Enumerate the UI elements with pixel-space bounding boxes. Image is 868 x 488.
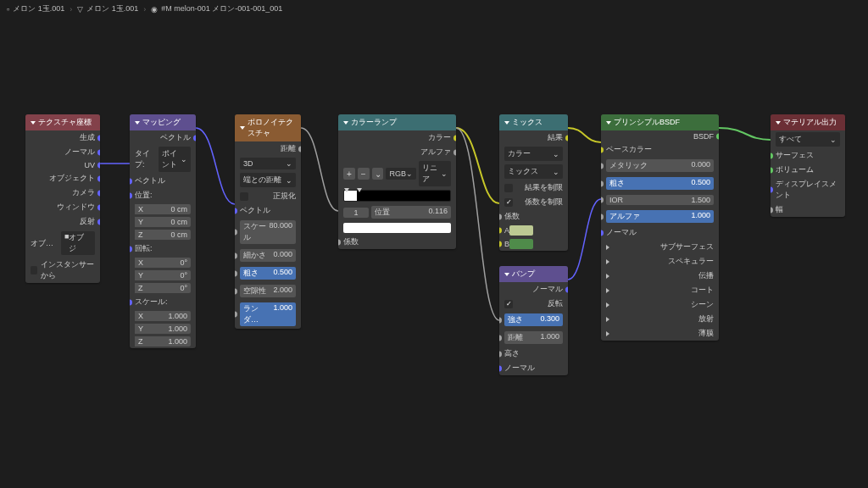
node-voronoi[interactable]: ボロノイテクスチャ 距離 3D⌄ 端との距離⌄ 正規化 ベクトル スケール80.… <box>235 114 301 329</box>
node-color-ramp[interactable]: カラーランプ カラー アルファ + − ⌄ RGB⌄ リニア⌄ 1 位置0.11… <box>338 114 456 249</box>
node-material-output[interactable]: マテリアル出力 すべて⌄ サーフェス ボリューム ディスプレイスメント 幅 <box>771 114 845 217</box>
ramp-add-button[interactable]: + <box>343 168 355 180</box>
ramp-remove-button[interactable]: − <box>358 168 370 180</box>
node-header[interactable]: バンプ <box>499 266 568 282</box>
crumb-material[interactable]: ◉ #M melon-001 メロン-001-001_001 <box>151 3 282 14</box>
node-header[interactable]: ボロノイテクスチャ <box>235 114 301 141</box>
node-principled-bsdf[interactable]: プリンシプルBSDF BSDF ベースカラー メタリック0.000 粗さ0.50… <box>601 114 719 341</box>
normalize-checkbox[interactable] <box>240 192 248 201</box>
ramp-color-swatch[interactable] <box>343 223 451 233</box>
group-transmission[interactable]: 伝播 <box>601 269 719 283</box>
group-specular[interactable]: スペキュラー <box>601 254 719 269</box>
node-editor-canvas[interactable]: テクスチャ座標 生成 ノーマル UV オブジェクト カメラ ウィンドウ 反射 オ… <box>0 19 868 488</box>
node-header[interactable]: プリンシプルBSDF <box>601 114 719 130</box>
ramp-menu-button[interactable]: ⌄ <box>372 168 384 180</box>
node-texture-coordinate[interactable]: テクスチャ座標 生成 ノーマル UV オブジェクト カメラ ウィンドウ 反射 オ… <box>25 114 100 283</box>
group-emission[interactable]: 放射 <box>601 312 719 326</box>
node-header[interactable]: カラーランプ <box>338 114 456 130</box>
instancer-checkbox[interactable] <box>31 266 37 274</box>
invert-checkbox[interactable] <box>504 300 513 308</box>
clamp-factor-checkbox[interactable] <box>504 198 513 207</box>
ramp-mode-select[interactable]: RGB⌄ <box>386 168 416 180</box>
output-target-select[interactable]: すべて⌄ <box>776 132 840 147</box>
clamp-result-checkbox[interactable] <box>504 184 513 192</box>
crumb-data[interactable]: ▽ メロン 1玉.001 <box>77 3 138 14</box>
mix-type-select[interactable]: カラー⌄ <box>504 147 563 161</box>
mix-b-swatch[interactable] <box>509 239 533 249</box>
voronoi-dim-select[interactable]: 3D⌄ <box>240 158 296 169</box>
group-sheen[interactable]: シーン <box>601 297 719 312</box>
color-ramp-gradient[interactable] <box>343 190 451 202</box>
node-bump[interactable]: バンプ ノーマル 反転 強さ0.300 距離1.000 高さ ノーマル <box>499 266 568 375</box>
group-coat[interactable]: コート <box>601 283 719 297</box>
node-mapping[interactable]: マッピング ベクトル タイプ:ポイント⌄ ベクトル 位置: X0 cm Y0 c… <box>130 114 196 348</box>
breadcrumb: ▫ メロン 1玉.001 › ▽ メロン 1玉.001 › ◉ #M melon… <box>0 0 868 18</box>
voronoi-feature-select[interactable]: 端との距離⌄ <box>240 173 296 187</box>
node-header[interactable]: ミックス <box>499 114 568 130</box>
node-mix[interactable]: ミックス 結果 カラー⌄ ミックス⌄ 結果を制限 係数を制限 係数 A B <box>499 114 568 251</box>
node-header[interactable]: マテリアル出力 <box>771 114 845 130</box>
mix-a-swatch[interactable] <box>509 225 533 236</box>
group-subsurface[interactable]: サブサーフェス <box>601 240 719 254</box>
node-header[interactable]: マッピング <box>130 114 196 130</box>
object-picker[interactable]: ■オブジ <box>61 231 95 255</box>
node-header[interactable]: テクスチャ座標 <box>25 114 100 130</box>
crumb-object[interactable]: ▫ メロン 1玉.001 <box>7 3 64 14</box>
mix-blend-select[interactable]: ミックス⌄ <box>504 164 563 179</box>
ramp-interp-select[interactable]: リニア⌄ <box>419 161 451 186</box>
mapping-type-select[interactable]: ポイント⌄ <box>159 147 191 172</box>
group-thinfilm[interactable]: 薄膜 <box>601 326 719 341</box>
